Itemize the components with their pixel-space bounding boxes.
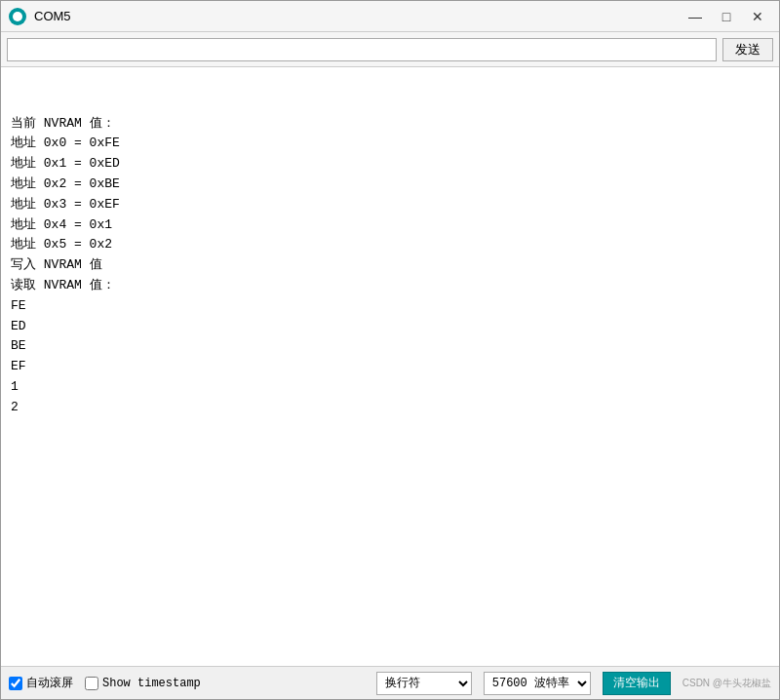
output-line: 读取 NVRAM 值：: [11, 276, 769, 296]
status-bar: 自动滚屏 Show timestamp 换行符无行尾回车符回车+换行符 3001…: [1, 666, 779, 699]
close-button[interactable]: ✕: [744, 6, 771, 27]
serial-monitor-window: COM5 — □ ✕ 发送 当前 NVRAM 值：地址 0x0 = 0xFE地址…: [0, 0, 780, 700]
output-line: EF: [11, 357, 769, 377]
timestamp-group: Show timestamp: [85, 677, 201, 690]
timestamp-label: Show timestamp: [102, 677, 201, 690]
output-line: 地址 0x2 = 0xBE: [11, 175, 769, 195]
output-line: 2: [11, 398, 769, 418]
clear-button[interactable]: 清空输出: [603, 672, 671, 695]
output-line: 地址 0x0 = 0xFE: [11, 134, 769, 154]
output-line: 当前 NVRAM 值：: [11, 114, 769, 135]
output-line: ED: [11, 317, 769, 337]
serial-input[interactable]: [7, 38, 717, 61]
output-area: 当前 NVRAM 值：地址 0x0 = 0xFE地址 0x1 = 0xED地址 …: [1, 67, 779, 666]
window-title: COM5: [34, 9, 682, 23]
output-line: 写入 NVRAM 值: [11, 255, 769, 276]
baud-rate-select[interactable]: 3001200240048009600192003840057600 波特率74…: [484, 672, 591, 695]
watermark: CSDN @牛头花椒盐: [682, 677, 771, 690]
output-line: 1: [11, 377, 769, 398]
auto-scroll-label: 自动滚屏: [26, 675, 73, 691]
window-controls: — □ ✕: [682, 6, 771, 27]
output-line: FE: [11, 296, 769, 317]
timestamp-checkbox[interactable]: [85, 677, 98, 690]
minimize-button[interactable]: —: [682, 6, 709, 27]
title-bar: COM5 — □ ✕: [1, 1, 779, 32]
output-line: 地址 0x3 = 0xEF: [11, 195, 769, 215]
auto-scroll-checkbox[interactable]: [9, 677, 22, 690]
output-line: 地址 0x1 = 0xED: [11, 154, 769, 175]
maximize-button[interactable]: □: [713, 6, 740, 27]
output-line: BE: [11, 336, 769, 357]
output-line: 地址 0x4 = 0x1: [11, 215, 769, 236]
app-icon: [9, 8, 26, 25]
output-line: 地址 0x5 = 0x2: [11, 235, 769, 255]
line-ending-select[interactable]: 换行符无行尾回车符回车+换行符: [376, 672, 472, 695]
input-bar: 发送: [1, 32, 779, 67]
send-button[interactable]: 发送: [722, 38, 773, 61]
auto-scroll-group: 自动滚屏: [9, 675, 73, 691]
